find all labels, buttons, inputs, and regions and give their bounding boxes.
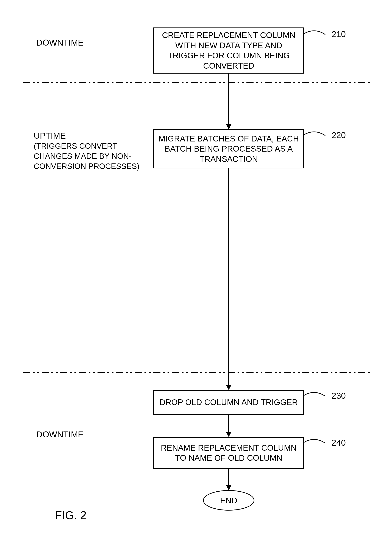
leader-230 [304,389,334,402]
leader-220 [304,129,334,141]
leader-210 [304,28,334,40]
step-210-box: CREATE REPLACEMENT COLUMN WITH NEW DATA … [153,28,304,74]
arrow-head-2 [226,385,232,390]
uptime-detail-label: (TRIGGERS CONVERT CHANGES MADE BY NON-CO… [34,141,147,171]
end-terminator: END [203,490,254,510]
ref-220: 220 [332,130,346,140]
ref-240: 240 [332,438,346,448]
arrow-240-to-end [228,469,229,486]
arrow-220-to-230 [228,168,229,385]
arrow-head-4 [226,485,232,490]
end-label: END [220,496,237,505]
arrow-head-1 [226,124,232,130]
flowchart-column: CREATE REPLACEMENT COLUMN WITH NEW DATA … [153,0,304,543]
step-240-box: RENAME REPLACEMENT COLUMN TO NAME OF OLD… [153,437,304,469]
step-230-box: DROP OLD COLUMN AND TRIGGER [153,390,304,415]
step-230-text: DROP OLD COLUMN AND TRIGGER [159,397,298,407]
arrow-210-to-220 [228,74,229,125]
uptime-label: UPTIME [34,130,66,141]
downtime-bottom-label: DOWNTIME [36,429,84,440]
arrow-head-3 [226,432,232,437]
downtime-top-label: DOWNTIME [36,37,84,48]
figure-label: FIG. 2 [55,509,86,522]
step-220-box: MIGRATE BATCHES OF DATA, EACH BATCH BEIN… [153,130,304,168]
leader-240 [304,436,334,448]
step-240-text: RENAME REPLACEMENT COLUMN TO NAME OF OLD… [158,443,300,463]
step-210-text: CREATE REPLACEMENT COLUMN WITH NEW DATA … [158,30,300,71]
arrow-230-to-240 [228,415,229,433]
step-220-text: MIGRATE BATCHES OF DATA, EACH BATCH BEIN… [158,134,300,164]
ref-230: 230 [332,391,346,401]
ref-210: 210 [332,29,346,39]
